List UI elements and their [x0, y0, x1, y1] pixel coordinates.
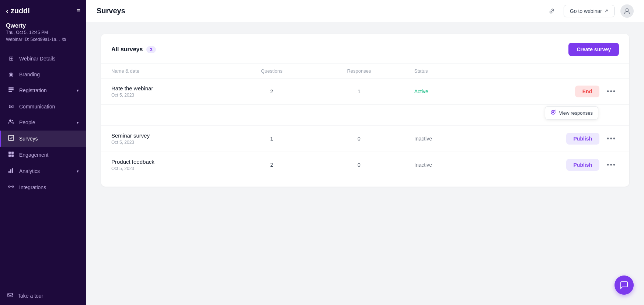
- sidebar-item-branding[interactable]: ◉ Branding: [0, 66, 86, 82]
- all-surveys-label: All surveys 3: [111, 46, 156, 53]
- svg-rect-0: [8, 87, 14, 89]
- webinar-id-text: Webinar ID: 5ced99a1-1a...: [6, 37, 60, 42]
- more-options-button[interactable]: •••: [604, 160, 619, 170]
- svg-rect-6: [8, 152, 11, 154]
- copy-icon[interactable]: ⧉: [62, 37, 66, 42]
- user-avatar-button[interactable]: [620, 4, 634, 18]
- sidebar-item-label: Communication: [19, 104, 55, 110]
- sidebar-logo[interactable]: ‹ zuddl: [6, 7, 30, 15]
- more-options-button[interactable]: •••: [604, 134, 619, 144]
- publish-survey-button[interactable]: Publish: [566, 133, 600, 145]
- view-responses-row: View responses: [101, 105, 629, 126]
- sidebar-item-engagement[interactable]: Engagement: [0, 147, 86, 163]
- svg-rect-7: [11, 152, 14, 154]
- branding-icon: ◉: [7, 71, 15, 78]
- action-cell: End •••: [492, 86, 619, 97]
- sidebar-item-webinar-details[interactable]: ⊞ Webinar Details: [0, 51, 86, 66]
- sidebar-item-label: Engagement: [19, 152, 48, 158]
- svg-point-4: [12, 120, 13, 121]
- svg-point-13: [8, 186, 10, 187]
- sidebar: ‹ zuddl ≡ Qwerty Thu, Oct 5, 12:45 PM We…: [0, 0, 86, 305]
- sidebar-item-people[interactable]: People ▾: [0, 114, 86, 131]
- sidebar-org-info: Qwerty Thu, Oct 5, 12:45 PM Webinar ID: …: [0, 20, 86, 48]
- col-status: Status: [404, 64, 481, 79]
- survey-questions: 2: [229, 79, 314, 105]
- survey-date: Oct 5, 2023: [111, 166, 219, 171]
- link-icon-button[interactable]: [546, 5, 558, 17]
- surveys-table: Name & date Questions Responses Status R…: [101, 64, 629, 178]
- table-row: Seminar survey Oct 5, 2023 1 0 Inactive …: [101, 126, 629, 152]
- view-responses-icon: [550, 110, 556, 116]
- svg-rect-2: [8, 91, 12, 92]
- survey-responses: 1: [314, 79, 404, 105]
- view-responses-dropdown[interactable]: View responses: [545, 106, 598, 119]
- chevron-down-icon: ▾: [77, 88, 79, 93]
- header: Surveys Go to webinar ↗: [86, 0, 644, 22]
- take-tour-item[interactable]: Take a tour: [7, 292, 79, 299]
- integrations-icon: [7, 184, 15, 191]
- sidebar-item-surveys[interactable]: Surveys: [0, 131, 86, 147]
- view-responses-cell: View responses: [101, 105, 629, 126]
- content-area: All surveys 3 Create survey Name & date …: [86, 22, 644, 305]
- svg-point-3: [9, 119, 11, 122]
- sidebar-item-communication[interactable]: ✉ Communication: [0, 98, 86, 114]
- sidebar-item-integrations[interactable]: Integrations: [0, 179, 86, 195]
- action-cell: Publish •••: [492, 133, 619, 145]
- svg-rect-8: [8, 155, 11, 157]
- survey-name: Seminar survey: [111, 132, 219, 139]
- sidebar-nav: ⊞ Webinar Details ◉ Branding Registratio…: [0, 48, 86, 286]
- survey-date: Oct 5, 2023: [111, 93, 219, 98]
- survey-responses: 0: [314, 152, 404, 178]
- publish-survey-button[interactable]: Publish: [566, 159, 600, 171]
- webinar-id: Webinar ID: 5ced99a1-1a... ⧉: [6, 37, 80, 42]
- svg-rect-5: [8, 135, 14, 141]
- end-survey-button[interactable]: End: [575, 86, 599, 97]
- status-badge: Inactive: [414, 136, 432, 142]
- take-tour-label: Take a tour: [18, 293, 43, 299]
- people-icon: [7, 119, 15, 126]
- sidebar-item-analytics[interactable]: Analytics ▾: [0, 163, 86, 179]
- survey-actions: Publish •••: [481, 126, 629, 152]
- chevron-down-icon: ▾: [77, 169, 79, 174]
- survey-name-cell: Rate the webinar Oct 5, 2023: [101, 79, 229, 105]
- action-cell: Publish •••: [492, 159, 619, 171]
- survey-status: Inactive: [404, 126, 481, 152]
- survey-name-cell: Product feedback Oct 5, 2023: [101, 152, 229, 178]
- surveys-card: All surveys 3 Create survey Name & date …: [101, 34, 629, 187]
- survey-name: Product feedback: [111, 159, 219, 165]
- surveys-count-badge: 3: [146, 46, 156, 53]
- status-badge: Active: [414, 89, 428, 94]
- col-name-date: Name & date: [101, 64, 229, 79]
- sidebar-bottom: Take a tour: [0, 286, 86, 305]
- svg-line-20: [554, 110, 556, 111]
- sidebar-item-label: Registration: [19, 87, 47, 93]
- svg-point-17: [626, 8, 629, 11]
- webinar-details-icon: ⊞: [7, 55, 15, 62]
- survey-actions: End •••: [481, 79, 629, 105]
- engagement-icon: [7, 151, 15, 159]
- survey-status: Active: [404, 79, 481, 105]
- more-options-button[interactable]: •••: [604, 86, 619, 97]
- communication-icon: ✉: [7, 103, 15, 110]
- analytics-icon: [7, 167, 15, 175]
- survey-date: Oct 5, 2023: [111, 140, 219, 145]
- sidebar-item-label: Surveys: [19, 136, 38, 142]
- go-to-webinar-button[interactable]: Go to webinar ↗: [564, 5, 615, 17]
- create-survey-button[interactable]: Create survey: [568, 43, 619, 56]
- page-title: Surveys: [97, 7, 125, 15]
- svg-point-14: [12, 186, 14, 187]
- chevron-down-icon: ▾: [77, 120, 79, 125]
- svg-rect-11: [10, 169, 11, 173]
- sidebar-item-registration[interactable]: Registration ▾: [0, 82, 86, 98]
- survey-name: Rate the webinar: [111, 85, 219, 91]
- sidebar-item-label: Integrations: [19, 184, 46, 190]
- status-badge: Inactive: [414, 162, 432, 168]
- surveys-card-header: All surveys 3 Create survey: [101, 43, 629, 64]
- sidebar-hamburger-icon[interactable]: ≡: [76, 7, 80, 15]
- survey-actions: Publish •••: [481, 152, 629, 178]
- table-row: Rate the webinar Oct 5, 2023 2 1 Active …: [101, 79, 629, 105]
- svg-rect-1: [8, 89, 14, 90]
- header-actions: Go to webinar ↗: [546, 4, 634, 18]
- svg-rect-12: [12, 168, 13, 173]
- chat-fab-button[interactable]: [615, 275, 634, 295]
